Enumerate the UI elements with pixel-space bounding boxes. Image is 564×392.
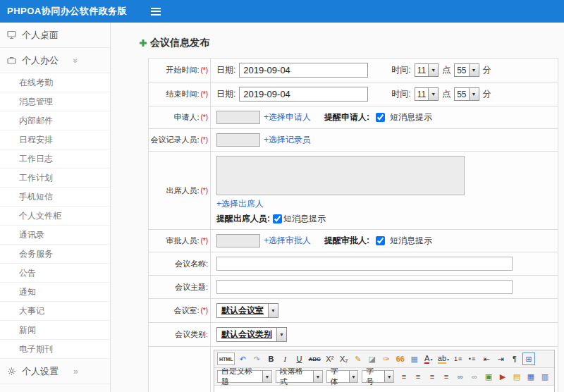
calendar-icon[interactable]: ▦ xyxy=(408,353,421,365)
unlink-icon[interactable]: ∞ xyxy=(468,370,481,383)
format-select[interactable]: 段落格式▼ xyxy=(276,370,323,383)
subscript-icon[interactable]: X₂ xyxy=(338,353,350,365)
highlight-icon[interactable]: ab▾ xyxy=(436,353,450,365)
end-hour-select[interactable]: 11▼ xyxy=(415,87,439,101)
sidebar-item-6[interactable]: 工作日志 xyxy=(0,149,110,169)
start-minute-select[interactable]: 55▼ xyxy=(454,63,479,77)
sidebar-item-13[interactable]: 通知 xyxy=(0,283,110,302)
start-hour-select[interactable]: 11▼ xyxy=(415,63,439,77)
grid-icon[interactable]: ▥ xyxy=(539,370,551,383)
sidebar-item-label: 工作日志 xyxy=(19,154,53,164)
table-icon[interactable]: ▦ xyxy=(525,370,537,383)
sidebar-item-5[interactable]: 日程安排 xyxy=(0,130,110,149)
editor-content[interactable] xyxy=(214,386,554,392)
end-minute-select[interactable]: 55▼ xyxy=(454,87,479,101)
link-icon[interactable]: ∞ xyxy=(454,370,467,383)
sidebar-item-label: 电子期刊 xyxy=(19,344,53,354)
fullscreen-icon[interactable]: ⊞ xyxy=(522,353,535,365)
undo-icon[interactable]: ↶ xyxy=(236,353,249,365)
sidebar-item-10[interactable]: 通讯录 xyxy=(0,226,110,245)
eraser-icon[interactable]: ◪ xyxy=(366,353,379,365)
bullet-list-icon[interactable]: •≡ xyxy=(466,353,479,365)
image-icon[interactable]: ▣ xyxy=(482,370,495,383)
underline-icon[interactable]: U xyxy=(293,353,305,365)
settings-icon xyxy=(7,367,16,376)
meeting-category-select[interactable]: 默认会议类别▼ xyxy=(216,327,287,342)
sidebar-item-2[interactable]: 在线考勤 xyxy=(0,73,110,92)
sidebar-item-11[interactable]: 会务服务 xyxy=(0,245,110,264)
sidebar-item-7[interactable]: 工作计划 xyxy=(0,169,110,188)
approver-input[interactable] xyxy=(216,234,260,247)
select-attendees-link[interactable]: +选择出席人 xyxy=(216,198,264,210)
sidebar-item-9[interactable]: 个人文件柜 xyxy=(0,207,110,226)
sidebar-item-3[interactable]: 消息管理 xyxy=(0,92,110,111)
topbar: PHPOA协同办公软件政务版 xyxy=(0,0,564,23)
attendees-textarea[interactable] xyxy=(216,156,465,195)
sidebar-item-17[interactable]: 个人设置» xyxy=(0,359,110,384)
style-select[interactable]: 自定义标题▼ xyxy=(217,370,272,383)
add-icon xyxy=(139,39,147,47)
strikethrough-icon[interactable]: ABC xyxy=(307,353,321,365)
remind-attendees-checkbox[interactable] xyxy=(273,214,282,223)
align-center-icon[interactable]: ≡ xyxy=(412,370,424,383)
remind-attendees-label: 提醒出席人员: xyxy=(216,213,270,225)
sidebar-item-12[interactable]: 公告 xyxy=(0,264,110,283)
select-approver-link[interactable]: +选择审批人 xyxy=(264,235,311,247)
align-right-icon[interactable]: ≡ xyxy=(426,370,439,383)
sidebar-item-4[interactable]: 内部邮件 xyxy=(0,111,110,130)
sidebar-item-label: 日程安排 xyxy=(19,135,53,145)
chevron-down-icon: ▼ xyxy=(469,64,479,76)
size-select[interactable]: 字号▼ xyxy=(362,370,394,383)
recorder-input[interactable] xyxy=(216,133,260,147)
required-mark: (*) xyxy=(200,114,208,121)
flash-icon[interactable]: ▶ xyxy=(496,370,509,383)
quote-icon[interactable]: 66 xyxy=(394,353,407,365)
editor-toolbar-row2: 自定义标题▼段落格式▼字体▼字号▼≡≡≡≡∞∞▣▶▤▦▥ xyxy=(214,368,554,386)
pencil-icon[interactable]: ✎ xyxy=(352,353,364,365)
bold-icon[interactable]: B xyxy=(264,353,277,365)
indent-icon[interactable]: ⇥ xyxy=(494,353,507,365)
remind-applicant-checkbox[interactable] xyxy=(376,113,385,122)
font-color-icon[interactable]: A▾ xyxy=(422,353,435,365)
page-title-text: 会议信息发布 xyxy=(150,37,209,49)
minute-unit-label: 分 xyxy=(483,88,491,100)
remind-approver-label: 提醒审批人: xyxy=(324,235,369,247)
sidebar-item-label: 新闻 xyxy=(19,325,36,335)
minute-unit-label: 分 xyxy=(483,64,491,76)
meeting-name-input[interactable] xyxy=(216,257,513,271)
form-row-approver: 审批人员:(*) +选择审批人 提醒审批人: 短消息提示 xyxy=(149,230,558,252)
menu-icon[interactable] xyxy=(148,5,164,18)
sms-label: 短消息提示 xyxy=(390,111,432,123)
end-date-input[interactable] xyxy=(239,87,368,102)
required-mark: (*) xyxy=(200,237,208,245)
media-icon[interactable]: ▤ xyxy=(510,370,523,383)
format-brush-icon[interactable]: ✑ xyxy=(380,353,393,365)
meeting-room-select[interactable]: 默认会议室▼ xyxy=(216,303,278,318)
sidebar-item-8[interactable]: 手机短信 xyxy=(0,188,110,207)
remind-approver-checkbox[interactable] xyxy=(376,236,385,245)
sidebar-item-15[interactable]: 新闻 xyxy=(0,321,110,340)
sidebar-item-label: 个人桌面 xyxy=(22,29,59,42)
outdent-icon[interactable]: ⇤ xyxy=(480,353,493,365)
italic-icon[interactable]: I xyxy=(278,353,291,365)
sidebar-item-18[interactable]: 督查督办» xyxy=(0,384,110,392)
start-date-input[interactable] xyxy=(239,63,368,78)
select-applicant-link[interactable]: +选择申请人 xyxy=(264,111,311,123)
applicant-input[interactable] xyxy=(216,111,260,124)
main-content: 会议信息发布 开始时间:(*) 日期: 时间: 11▼ 点 55▼ 分 xyxy=(111,23,564,392)
align-left-icon[interactable]: ≡ xyxy=(398,370,410,383)
paragraph-icon[interactable]: ¶ xyxy=(508,353,521,365)
sidebar-item-16[interactable]: 电子期刊 xyxy=(0,340,110,359)
font-select[interactable]: 字体▼ xyxy=(326,370,359,383)
html-source-icon[interactable]: HTML xyxy=(217,353,235,365)
superscript-icon[interactable]: X² xyxy=(324,353,336,365)
sidebar-item-14[interactable]: 大事记 xyxy=(0,302,110,321)
sidebar-item-1[interactable]: 个人办公» xyxy=(0,48,110,73)
page-title: 会议信息发布 xyxy=(139,37,558,49)
meeting-subject-input[interactable] xyxy=(216,280,513,294)
align-justify-icon[interactable]: ≡ xyxy=(440,370,453,383)
sidebar-item-0[interactable]: 个人桌面 xyxy=(0,23,110,48)
numbered-list-icon[interactable]: 1≡ xyxy=(452,353,465,365)
select-recorder-link[interactable]: +选择记录员 xyxy=(264,134,311,146)
redo-icon[interactable]: ↷ xyxy=(250,353,263,365)
